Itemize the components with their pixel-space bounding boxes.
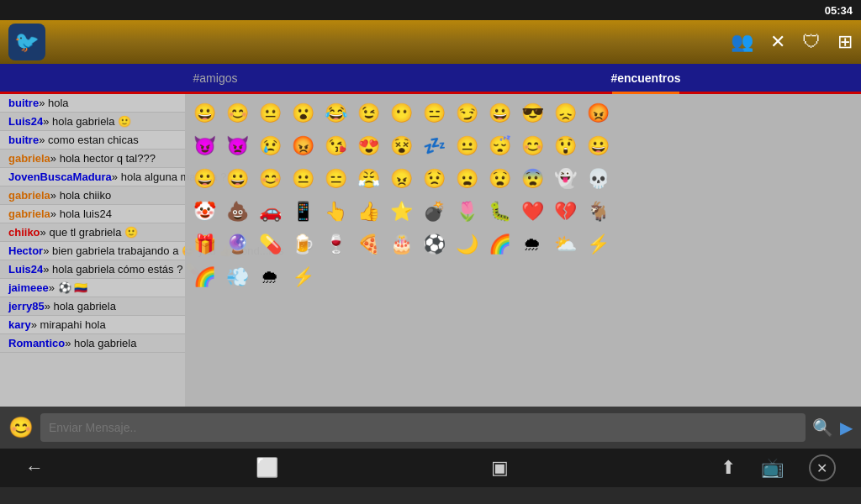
emoji-cell[interactable]: 😴 <box>483 130 515 162</box>
chat-username[interactable]: kary <box>8 318 31 331</box>
emoji-cell[interactable]: 😀 <box>188 97 220 129</box>
emoji-cell[interactable]: ⚡ <box>582 228 614 260</box>
chat-username[interactable]: buitre <box>8 134 39 146</box>
send-button[interactable]: ▶ <box>840 417 853 438</box>
emoji-cell[interactable]: 😈 <box>188 130 220 162</box>
friends-icon[interactable]: 👥 <box>731 31 753 53</box>
emoji-cell[interactable]: ⛅ <box>549 228 581 260</box>
emoji-cell[interactable]: 😀 <box>483 97 515 129</box>
chat-username[interactable]: chiiko <box>8 226 40 239</box>
emoji-cell[interactable]: 🌈 <box>483 228 515 260</box>
shield-icon[interactable]: 🛡 <box>802 31 821 53</box>
emoji-cell[interactable]: 😲 <box>549 130 581 162</box>
emoji-cell[interactable]: 👻 <box>549 163 581 195</box>
emoji-cell[interactable]: 😶 <box>385 97 417 129</box>
emoji-cell[interactable]: ⚡ <box>287 261 319 293</box>
emoji-cell[interactable]: 💤 <box>418 130 450 162</box>
emoji-cell[interactable]: 😘 <box>320 130 351 162</box>
emoji-button[interactable]: 😊 <box>8 416 34 439</box>
emoji-cell[interactable]: 🍷 <box>320 228 351 260</box>
emoji-cell[interactable]: 😂 <box>320 97 351 129</box>
chat-username[interactable]: jaimeee <box>8 281 49 294</box>
emoji-cell[interactable]: 😵 <box>385 130 417 162</box>
emoji-cell[interactable]: 💊 <box>254 228 286 260</box>
emoji-cell[interactable]: 👆 <box>320 196 351 228</box>
chat-username[interactable]: Luis24 <box>8 263 43 276</box>
emoji-cell[interactable]: 😍 <box>352 130 384 162</box>
emoji-cell[interactable]: 😀 <box>188 163 220 195</box>
emoji-cell[interactable]: 😊 <box>221 97 253 129</box>
emoji-cell[interactable]: 😧 <box>483 163 515 195</box>
emoji-cell[interactable]: 😞 <box>549 97 581 129</box>
search-button[interactable]: 🔍 <box>812 417 833 438</box>
emoji-cell[interactable]: 😐 <box>451 130 483 162</box>
home-button[interactable]: ⬜ <box>256 457 278 479</box>
back-button[interactable]: ← <box>25 457 44 479</box>
emoji-cell[interactable]: 🐛 <box>483 196 515 228</box>
emoji-cell[interactable]: 😐 <box>254 97 286 129</box>
emoji-cell[interactable]: 🐐 <box>582 196 614 228</box>
recent-button[interactable]: ▣ <box>491 457 509 479</box>
emoji-cell[interactable]: 🎁 <box>188 228 220 260</box>
emoji-cell[interactable]: 🎂 <box>385 228 417 260</box>
emoji-cell[interactable]: 😊 <box>254 163 286 195</box>
message-input[interactable] <box>40 413 806 442</box>
share-button[interactable]: ⬆ <box>721 457 736 479</box>
emoji-cell[interactable]: 🌧 <box>516 228 548 260</box>
emoji-cell[interactable]: 👿 <box>221 130 253 162</box>
chat-username[interactable]: jerry85 <box>8 300 45 312</box>
emoji-cell[interactable]: 🍺 <box>287 228 319 260</box>
emoji-cell[interactable]: 😮 <box>287 97 319 129</box>
emoji-cell[interactable]: 💔 <box>549 196 581 228</box>
emoji-cell[interactable]: 😟 <box>418 163 450 195</box>
emoji-cell[interactable]: 🔮 <box>221 228 253 260</box>
emoji-cell[interactable]: 😉 <box>352 97 384 129</box>
emoji-cell[interactable]: ❤️ <box>516 196 548 228</box>
emoji-cell[interactable]: 😑 <box>418 97 450 129</box>
emoji-cell[interactable]: 😢 <box>254 130 286 162</box>
chat-username[interactable]: gabriela <box>8 152 50 165</box>
grid-icon[interactable]: ⊞ <box>837 31 853 53</box>
emoji-cell[interactable]: 💨 <box>221 261 253 293</box>
emoji-cell[interactable]: 😎 <box>516 97 548 129</box>
emoji-cell[interactable]: 👍 <box>352 196 384 228</box>
close-icon[interactable]: ✕ <box>770 31 785 53</box>
tab-encuentros[interactable]: #encuentros <box>430 64 861 92</box>
emoji-cell[interactable]: 🚗 <box>254 196 286 228</box>
chat-username[interactable]: gabriela <box>8 189 50 202</box>
emoji-cell[interactable]: 💀 <box>582 163 614 195</box>
cast-button[interactable]: 📺 <box>761 457 784 479</box>
emoji-cell[interactable]: 😠 <box>385 163 417 195</box>
emoji-cell[interactable]: ⚽ <box>418 228 450 260</box>
emoji-cell[interactable]: 💩 <box>221 196 253 228</box>
emoji-cell[interactable]: 🌈 <box>188 261 220 293</box>
emoji-cell[interactable]: 📱 <box>287 196 319 228</box>
emoji-cell[interactable]: 😏 <box>451 97 483 129</box>
emoji-cell[interactable]: 💣 <box>418 196 450 228</box>
emoji-overlay[interactable]: 😀😊😐😮😂😉😶😑😏😀😎😞😡😈👿😢😡😘😍😵💤😐😴😊😲😀😀😀😊😐😑😤😠😟😦😧😨👻💀🤡… <box>185 94 861 407</box>
emoji-cell[interactable]: 😀 <box>221 163 253 195</box>
emoji-cell[interactable]: 😨 <box>516 163 548 195</box>
emoji-cell[interactable]: 🌷 <box>451 196 483 228</box>
emoji-cell[interactable]: 🍕 <box>352 228 384 260</box>
chat-username[interactable]: buitre <box>8 97 39 109</box>
emoji-cell[interactable]: 😡 <box>582 97 614 129</box>
chat-username[interactable]: gabriela <box>8 207 50 220</box>
emoji-cell[interactable]: 😊 <box>516 130 548 162</box>
chat-username[interactable]: Hector <box>8 244 43 257</box>
chat-username[interactable]: Luis24 <box>8 115 43 128</box>
close-nav-button[interactable]: ✕ <box>809 454 836 481</box>
emoji-cell[interactable]: 🌧 <box>254 261 286 293</box>
tab-amigos[interactable]: #amigos <box>0 64 430 92</box>
chat-username[interactable]: JovenBuscaMadura <box>8 171 112 183</box>
emoji-cell[interactable]: 😀 <box>582 130 614 162</box>
emoji-cell[interactable]: 😐 <box>287 163 319 195</box>
emoji-cell[interactable]: ⭐ <box>385 196 417 228</box>
emoji-cell[interactable]: 😦 <box>451 163 483 195</box>
chat-username[interactable]: Romantico <box>8 337 65 349</box>
emoji-cell[interactable]: 🤡 <box>188 196 220 228</box>
emoji-cell[interactable]: 🌙 <box>451 228 483 260</box>
emoji-cell[interactable]: 😑 <box>320 163 351 195</box>
emoji-cell[interactable]: 😡 <box>287 130 319 162</box>
emoji-cell[interactable]: 😤 <box>352 163 384 195</box>
